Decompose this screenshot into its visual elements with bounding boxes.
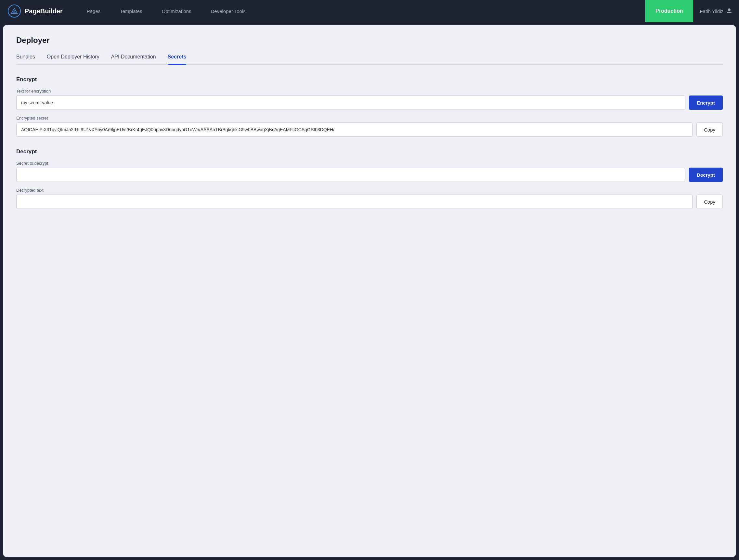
- encrypt-input-label: Text for encryption: [16, 89, 723, 94]
- tab-bundles[interactable]: Bundles: [16, 54, 35, 65]
- tab-history[interactable]: Open Deployer History: [47, 54, 100, 65]
- encrypt-input-group: Text for encryption Encrypt: [16, 89, 723, 110]
- header-right: Production Fatih Yildiz: [645, 0, 739, 22]
- encrypt-section: Encrypt Text for encryption Encrypt Encr…: [16, 76, 723, 137]
- decrypted-text-label: Decrypted text: [16, 188, 723, 193]
- decrypt-copy-button[interactable]: Copy: [697, 195, 723, 209]
- decrypt-section: Decrypt Secret to decrypt Decrypt Decryp…: [16, 149, 723, 209]
- nav-item-optimizations[interactable]: Optimizations: [152, 0, 201, 22]
- decrypt-title: Decrypt: [16, 149, 723, 155]
- encrypted-secret-label: Encrypted secret: [16, 116, 723, 121]
- encrypt-copy-button[interactable]: Copy: [697, 123, 723, 137]
- decrypt-input-label: Secret to decrypt: [16, 161, 723, 166]
- page-title: Deployer: [16, 36, 723, 45]
- encrypt-button[interactable]: Encrypt: [689, 96, 723, 110]
- main-content: Deployer Bundles Open Deployer History A…: [3, 25, 736, 557]
- decrypt-input-group: Secret to decrypt Decrypt: [16, 161, 723, 182]
- decrypt-input-row: Decrypt: [16, 168, 723, 182]
- user-menu[interactable]: Fatih Yildiz: [693, 8, 739, 14]
- production-button[interactable]: Production: [645, 0, 693, 22]
- logo-area: PageBuilder: [0, 5, 70, 18]
- user-icon: [726, 8, 733, 14]
- app-title: PageBuilder: [25, 7, 63, 15]
- decrypt-button[interactable]: Decrypt: [689, 168, 723, 182]
- encrypted-secret-input[interactable]: [16, 123, 693, 137]
- user-name: Fatih Yildiz: [700, 8, 723, 14]
- main-nav: Pages Templates Optimizations Developer …: [77, 0, 645, 22]
- tab-bar: Bundles Open Deployer History API Docume…: [16, 54, 723, 65]
- nav-item-pages[interactable]: Pages: [77, 0, 111, 22]
- encrypt-title: Encrypt: [16, 76, 723, 83]
- nav-item-developer-tools[interactable]: Developer Tools: [201, 0, 256, 22]
- nav-item-templates[interactable]: Templates: [110, 0, 152, 22]
- decrypted-text-row: Copy: [16, 195, 723, 209]
- decrypted-text-input[interactable]: [16, 195, 693, 209]
- encrypt-input-row: Encrypt: [16, 96, 723, 110]
- encrypted-secret-group: Encrypted secret Copy: [16, 116, 723, 137]
- decrypt-input[interactable]: [16, 168, 685, 182]
- header: PageBuilder Pages Templates Optimization…: [0, 0, 739, 22]
- app-logo: [8, 5, 21, 18]
- tab-secrets[interactable]: Secrets: [168, 54, 186, 65]
- decrypted-text-group: Decrypted text Copy: [16, 188, 723, 209]
- encrypted-secret-row: Copy: [16, 123, 723, 137]
- tab-api-docs[interactable]: API Documentation: [111, 54, 156, 65]
- encrypt-input[interactable]: [16, 96, 685, 110]
